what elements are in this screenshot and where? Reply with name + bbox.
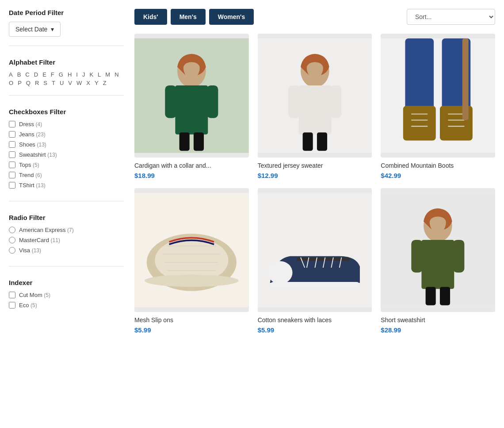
svg-rect-14 <box>381 39 495 153</box>
alpha-letter-x[interactable]: X <box>86 80 90 86</box>
product-name-4: Cotton sneakers with laces <box>258 316 372 324</box>
svg-rect-4 <box>207 85 218 118</box>
checkbox-label-6: TShirt (13) <box>19 182 46 189</box>
checkbox-label-0: Dress (4) <box>19 121 42 127</box>
alpha-letter-r[interactable]: R <box>35 80 39 86</box>
svg-rect-5 <box>179 132 190 151</box>
product-name-5: Short sweatshirt <box>381 316 495 324</box>
alpha-letter-m[interactable]: M <box>105 71 110 78</box>
radio-input-1[interactable] <box>9 237 15 243</box>
radio-input-2[interactable] <box>9 247 15 254</box>
product-card-5[interactable]: Short sweatshirt$28.99 <box>381 188 495 334</box>
svg-rect-48 <box>453 240 465 273</box>
checkbox-item-sweatshirt[interactable]: Sweatshirt (13) <box>9 151 124 158</box>
radio-item-mastercard[interactable]: MasterCard (11) <box>9 237 124 243</box>
checkboxes-filter-title: Checkboxes Filter <box>9 108 124 116</box>
alpha-letter-a[interactable]: A <box>9 71 13 78</box>
indexer-checkbox-0[interactable] <box>9 292 15 298</box>
radio-input-0[interactable] <box>9 227 15 233</box>
alpha-letter-n[interactable]: N <box>115 71 118 78</box>
checkbox-input-1[interactable] <box>9 131 15 138</box>
alpha-letter-c[interactable]: C <box>25 71 29 78</box>
alpha-letter-u[interactable]: U <box>60 80 64 86</box>
product-image-1 <box>258 34 372 158</box>
alpha-letter-f[interactable]: F <box>51 71 54 78</box>
alpha-letter-y[interactable]: Y <box>95 80 99 86</box>
alpha-letter-l[interactable]: L <box>98 71 101 78</box>
svg-rect-10 <box>288 85 300 118</box>
top-bar: Kids'Men'sWomen's Sort...Price: Low to H… <box>134 9 495 25</box>
svg-rect-3 <box>165 85 176 118</box>
alpha-letter-z[interactable]: Z <box>103 80 107 86</box>
product-price-4: $5.99 <box>258 326 372 334</box>
checkbox-item-trend[interactable]: Trend (6) <box>9 172 124 178</box>
category-tab-womens[interactable]: Women's <box>209 9 254 25</box>
radio-label-1: MasterCard (11) <box>19 237 60 243</box>
sort-select[interactable]: Sort...Price: Low to HighPrice: High to … <box>407 9 495 25</box>
alphabet-grid: ABCDEFGHIJKLMNOPQRSTUVWXYZ <box>9 71 124 86</box>
checkbox-item-tshirt[interactable]: TShirt (13) <box>9 182 124 189</box>
alpha-letter-v[interactable]: V <box>68 80 72 86</box>
indexer-section: Indexer Cut Mom (5) Eco (5) <box>9 279 124 321</box>
checkbox-item-jeans[interactable]: Jeans (23) <box>9 131 124 138</box>
alphabet-filter-section: Alphabet Filter ABCDEFGHIJKLMNOPQRSTUVWX… <box>9 58 124 96</box>
alpha-letter-k[interactable]: K <box>89 71 93 78</box>
svg-rect-25 <box>462 39 469 120</box>
alpha-letter-t[interactable]: T <box>52 80 55 86</box>
category-tabs: Kids'Men'sWomen's <box>134 9 254 25</box>
alpha-letter-j[interactable]: J <box>82 71 85 78</box>
svg-point-35 <box>268 261 292 284</box>
product-card-0[interactable]: Cardigan with a collar and...$18.99 <box>134 34 249 179</box>
product-name-1: Textured jersey sweater <box>258 162 372 169</box>
checkbox-item-shoes[interactable]: Shoes (13) <box>9 141 124 148</box>
indexer-item-cut-mom[interactable]: Cut Mom (5) <box>9 292 124 298</box>
alpha-letter-e[interactable]: E <box>42 71 46 78</box>
checkbox-input-4[interactable] <box>9 162 15 168</box>
svg-rect-15 <box>405 39 434 112</box>
checkbox-input-2[interactable] <box>9 141 15 148</box>
svg-point-33 <box>145 274 238 287</box>
radio-label-0: American Express (7) <box>19 227 74 233</box>
product-card-3[interactable]: Mesh Slip ons$5.99 <box>134 188 249 334</box>
svg-rect-49 <box>426 287 436 305</box>
checkbox-label-1: Jeans (23) <box>19 131 46 138</box>
alpha-letter-i[interactable]: I <box>76 71 78 78</box>
alpha-letter-o[interactable]: O <box>9 80 13 86</box>
indexer-item-eco[interactable]: Eco (5) <box>9 302 124 308</box>
alpha-letter-s[interactable]: S <box>43 80 47 86</box>
radio-filter-title: Radio Filter <box>9 214 124 221</box>
checkbox-input-3[interactable] <box>9 151 15 158</box>
svg-rect-17 <box>403 106 436 141</box>
checkbox-label-5: Trend (6) <box>19 172 42 178</box>
product-card-1[interactable]: Textured jersey sweater$12.99 <box>258 34 372 179</box>
product-card-2[interactable]: Combined Mountain Boots$42.99 <box>381 34 495 179</box>
checkbox-item-dress[interactable]: Dress (4) <box>9 121 124 127</box>
date-filter-section: Date Period Filter Select Date ▾ <box>9 9 124 46</box>
indexer-label-0: Cut Mom (5) <box>19 292 50 298</box>
product-image-5 <box>381 188 495 312</box>
alpha-letter-g[interactable]: G <box>59 71 63 78</box>
indexer-label-1: Eco (5) <box>19 302 37 308</box>
alpha-letter-w[interactable]: W <box>76 80 82 86</box>
radio-item-visa[interactable]: Visa (13) <box>9 247 124 254</box>
checkbox-input-6[interactable] <box>9 182 15 189</box>
svg-rect-6 <box>194 132 204 151</box>
checkbox-input-0[interactable] <box>9 121 15 127</box>
checkbox-item-tops[interactable]: Tops (5) <box>9 162 124 168</box>
alpha-letter-p[interactable]: P <box>18 80 22 86</box>
category-tab-kids[interactable]: Kids' <box>134 9 167 25</box>
radio-item-american-express[interactable]: American Express (7) <box>9 227 124 233</box>
product-price-5: $28.99 <box>381 326 495 334</box>
date-select-button[interactable]: Select Date ▾ <box>9 22 61 37</box>
product-price-2: $42.99 <box>381 172 495 179</box>
alpha-letter-h[interactable]: H <box>68 71 72 78</box>
alpha-letter-q[interactable]: Q <box>26 80 31 86</box>
alpha-letter-d[interactable]: D <box>34 71 38 78</box>
category-tab-mens[interactable]: Men's <box>171 9 206 25</box>
indexer-checkbox-1[interactable] <box>9 302 15 308</box>
checkbox-input-5[interactable] <box>9 172 15 178</box>
alpha-letter-b[interactable]: B <box>17 71 21 78</box>
svg-rect-13 <box>317 132 327 151</box>
radio-container: American Express (7) MasterCard (11) Vis… <box>9 227 124 254</box>
product-card-4[interactable]: Cotton sneakers with laces$5.99 <box>258 188 372 334</box>
